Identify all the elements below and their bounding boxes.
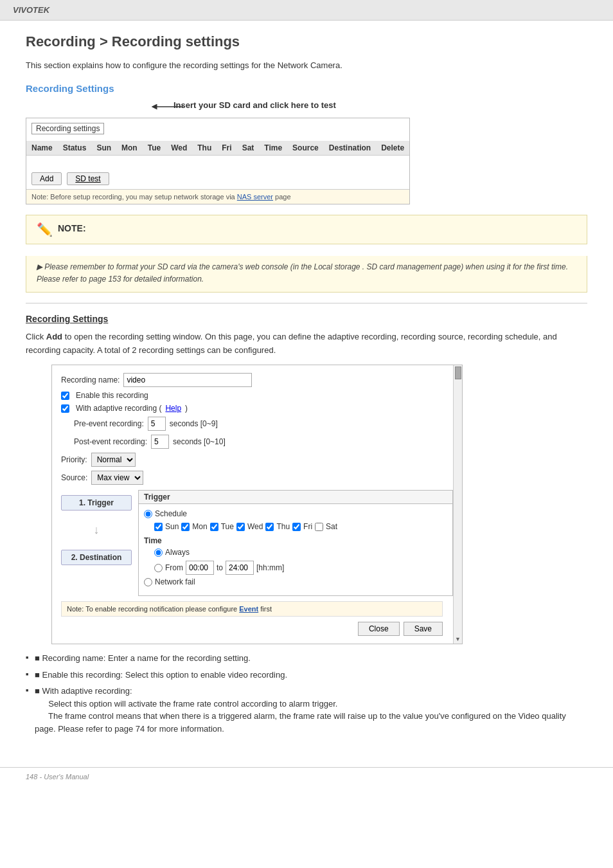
table-note: Note: Before setup recording, you may se… [26,189,409,204]
source-label: Source: [61,473,87,482]
col-wed: Wed [166,141,192,156]
header: VIVOTEK [0,0,613,21]
list-item-adaptive-text: ■ With adaptive recording: [35,686,132,696]
col-sat: Sat [237,141,260,156]
main-content: Recording > Recording settings This sect… [0,21,613,754]
recording-table-container: Recording settings Name Status Sun Mon T… [26,118,410,204]
pre-event-input[interactable] [148,417,166,431]
scrollbar[interactable]: ▼ [453,365,462,644]
pre-event-label: Pre-event recording: [74,419,144,428]
day-tue: Tue [221,522,234,531]
day-sun: Sun [165,522,179,531]
col-name: Name [26,141,58,156]
post-event-row: Post-event recording: seconds [0~10] [74,435,453,449]
day-mon: Mon [192,522,207,531]
list-item-enable: ■ Enable this recording: Select this opt… [26,669,587,682]
page-title: Recording > Recording settings [26,33,587,50]
intro-text: This section explains how to configure t… [26,60,587,70]
col-time: Time [259,141,287,156]
add-row: Add SD test [26,168,409,189]
pre-event-row: Pre-event recording: seconds [0~9] [74,417,453,431]
day-fri: Fri [303,522,312,531]
enable-row: Enable this recording [61,391,453,400]
arrow-svg [151,102,183,112]
event-link[interactable]: Event [239,605,258,613]
form-buttons: Close Save [61,622,443,636]
note-icon: ✏️ [37,222,53,237]
trigger-inner-title: Trigger [139,491,452,504]
col-fri: Fri [217,141,236,156]
section-heading: Recording Settings [26,83,587,94]
note-box: ✏️ NOTE: [26,215,587,244]
schedule-label: Schedule [155,509,187,518]
day-sun-check[interactable] [154,523,163,531]
post-event-input[interactable] [151,435,169,449]
list-item-name-text: ■ Recording name: Enter a name for the r… [35,653,251,663]
save-button[interactable]: Save [404,622,443,636]
brand-logo: VIVOTEK [13,5,49,15]
priority-select[interactable]: Normal [91,453,136,467]
to-label: to [217,563,223,572]
time-label: Time [144,536,447,545]
day-thu-check[interactable] [265,523,274,531]
day-tue-check[interactable] [210,523,218,531]
sd-test-button[interactable]: SD test [67,172,109,185]
recording-settings-underline-heading: Recording Settings [26,314,587,324]
close-button[interactable]: Close [358,622,400,636]
note-title: NOTE: [58,223,86,233]
day-wed-check[interactable] [236,523,245,531]
recording-form: ▼ Recording name: Enable this recording … [51,365,463,644]
post-event-unit: seconds [0~10] [173,437,226,446]
adaptive-checkbox[interactable] [61,404,69,413]
trigger-layout: 1. Trigger ↓ 2. Destination Trigger Sche… [61,490,453,596]
always-row: Always [154,548,447,557]
recording-table-wrapper: Recording settings Name Status Sun Mon T… [26,118,410,204]
enable-checkbox[interactable] [61,392,69,400]
recording-name-input[interactable] [123,373,252,387]
trigger-box-1[interactable]: 1. Trigger [61,495,132,511]
col-mon: Mon [116,141,143,156]
day-fri-check[interactable] [292,523,301,531]
network-fail-radio[interactable] [144,578,152,586]
scroll-thumb[interactable] [455,366,461,379]
adaptive-label: With adaptive recording ( [76,404,161,413]
always-radio[interactable] [154,548,163,557]
trigger-box-2[interactable]: 2. Destination [61,550,132,565]
schedule-radio[interactable] [144,510,152,518]
nas-server-link[interactable]: NAS server [237,193,273,201]
adaptive-row: With adaptive recording (Help) [61,404,453,413]
adaptive-sub1: Select this option will activate the fra… [35,699,337,709]
col-status: Status [58,141,92,156]
recording-settings-para: Click Add to open the recording setting … [26,330,587,357]
from-to-row: From to [hh:mm] [154,561,447,575]
bullet-list: ■ Recording name: Enter a name for the r… [26,652,587,735]
to-input[interactable] [226,561,254,575]
day-mon-check[interactable] [181,523,190,531]
day-wed: Wed [247,522,263,531]
trigger-content: Schedule Sun Mon Tue Wed Thu [139,504,452,595]
from-radio[interactable] [154,564,163,572]
list-item-name: ■ Recording name: Enter a name for the r… [26,652,587,665]
insert-label: Insert your SD card and click here to te… [173,100,336,110]
form-note: Note: To enable recording notification p… [61,601,443,617]
add-button[interactable]: Add [31,172,62,185]
schedule-row: Schedule [144,509,447,518]
network-fail-row: Network fail [144,577,447,586]
day-sat-check[interactable] [315,523,323,531]
days-row: Sun Mon Tue Wed Thu Fri Sat [154,522,447,531]
scroll-down-arrow[interactable]: ▼ [455,636,461,642]
recording-name-label: Recording name: [61,375,120,384]
col-thu: Thu [192,141,217,156]
col-source: Source [287,141,324,156]
source-select[interactable]: Max view [91,471,143,485]
adaptive-help-link[interactable]: Help [165,404,181,413]
day-thu: Thu [276,522,290,531]
enable-label: Enable this recording [76,391,148,400]
table-label: Recording settings [31,123,104,134]
adaptive-sub2: The frame control means that when there … [35,711,566,734]
list-item-adaptive: ■ With adaptive recording: Select this o… [26,685,587,735]
trigger-left-col: 1. Trigger ↓ 2. Destination [61,490,132,596]
divider-1 [26,303,587,303]
from-input[interactable] [186,561,214,575]
footer: 148 - User's Manual [0,767,613,786]
